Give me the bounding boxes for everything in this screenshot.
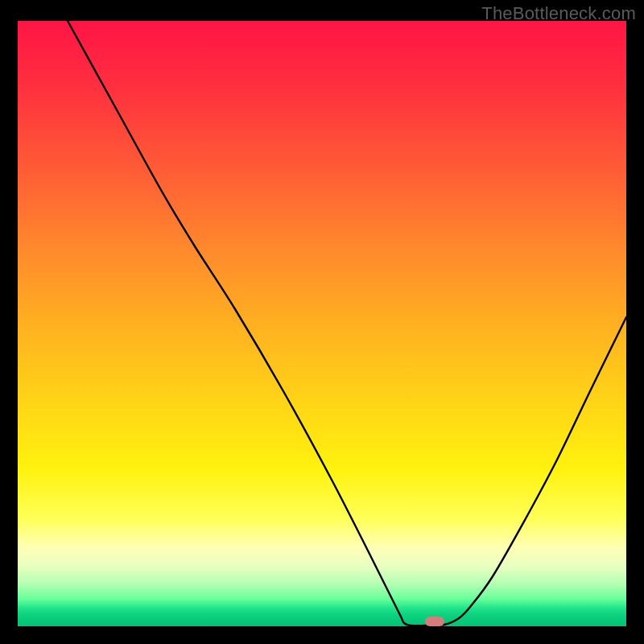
curve-path — [68, 21, 626, 625]
bottleneck-curve — [18, 21, 626, 626]
plot-area — [18, 21, 626, 626]
watermark-text: TheBottleneck.com — [481, 3, 636, 24]
optimal-point-marker — [425, 617, 444, 626]
chart-frame: TheBottleneck.com — [0, 0, 644, 644]
